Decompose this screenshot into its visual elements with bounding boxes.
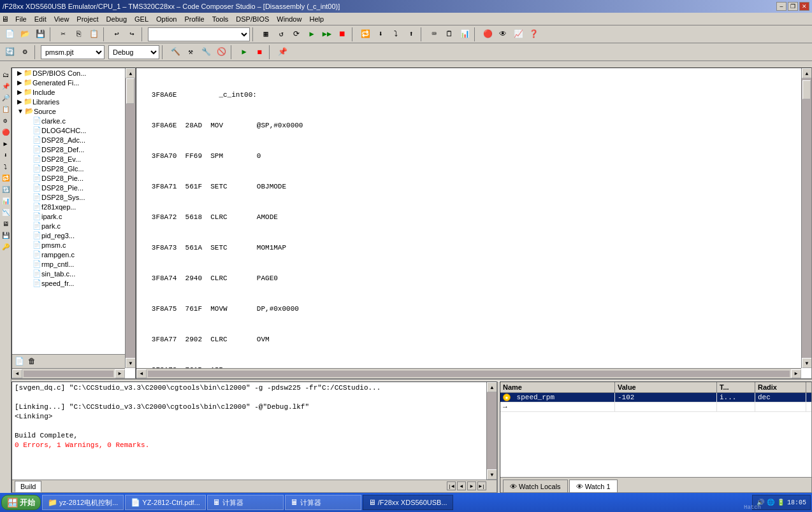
tree-item-clarke[interactable]: 📄clarke.c bbox=[12, 116, 135, 125]
taskbar-btn-calc1[interactable]: 🖩 计算器 bbox=[207, 495, 284, 510]
registers-btn[interactable]: 📊 bbox=[458, 27, 472, 41]
build-nav-left1[interactable]: |◄ bbox=[447, 481, 456, 490]
watch-row-2[interactable]: → bbox=[500, 402, 811, 412]
tree-item-dsp28ev[interactable]: 📄DSP28_Ev... bbox=[12, 154, 135, 164]
menu-help[interactable]: Help bbox=[305, 14, 328, 24]
debug-disconnect-btn[interactable]: ◼ bbox=[252, 45, 266, 59]
left-icon-2[interactable]: 📌 bbox=[1, 82, 11, 92]
tree-item-sintab[interactable]: 📄sin_tab.c... bbox=[12, 269, 135, 278]
disassembly-btn[interactable]: ⌨ bbox=[427, 27, 441, 41]
left-icon-3[interactable]: 🔎 bbox=[1, 93, 11, 103]
stop-button[interactable]: ⏹ bbox=[335, 27, 349, 41]
left-icon-1[interactable]: 🗂 bbox=[1, 70, 11, 80]
tree-item-dspbios[interactable]: ▶ 📁 DSP/BIOS Con... bbox=[12, 68, 135, 78]
proj-refresh-btn[interactable]: 🔄 bbox=[3, 45, 17, 59]
taskbar-btn-yz2812[interactable]: 📁 yz-2812电机控制... bbox=[42, 495, 124, 510]
tree-item-rmpcntl[interactable]: 📄rmp_cntl... bbox=[12, 259, 135, 269]
project-dropdown[interactable]: pmsm.pjt bbox=[41, 45, 105, 59]
left-icon-14[interactable]: 🖥 bbox=[1, 219, 11, 229]
stop-build-btn[interactable]: 🚫 bbox=[214, 45, 228, 59]
watch-btn[interactable]: 👁 bbox=[496, 27, 510, 41]
left-icon-12[interactable]: 📊 bbox=[1, 196, 11, 206]
tree-item-dsp28sys[interactable]: 📄DSP28_Sys... bbox=[12, 192, 135, 202]
build-tab-build[interactable]: Build bbox=[15, 481, 41, 492]
menu-option[interactable]: Option bbox=[152, 14, 180, 24]
tree-vscroll[interactable]: ▲ ▼ bbox=[125, 68, 135, 368]
start-button[interactable]: 🪟 开始 bbox=[1, 495, 41, 510]
debug-connect-btn[interactable]: ▶ bbox=[237, 45, 251, 59]
tree-item-f281xqep[interactable]: 📄f281xqep... bbox=[12, 202, 135, 211]
open-button[interactable] bbox=[18, 27, 32, 41]
tree-item-dsp28glc[interactable]: 📄DSP28_Glc... bbox=[12, 164, 135, 173]
build-nav-right1[interactable]: ► bbox=[467, 481, 476, 490]
tree-item-ipark[interactable]: 📄ipark.c bbox=[12, 211, 135, 221]
left-icon-11[interactable]: 🔃 bbox=[1, 185, 11, 195]
left-icon-9[interactable]: ⤵ bbox=[1, 162, 11, 172]
taskbar-btn-ccs[interactable]: 🖥 /F28xx XDS560USB... bbox=[363, 495, 453, 510]
watch-tab-locals[interactable]: 👁 Watch Locals bbox=[503, 480, 568, 492]
left-icon-5[interactable]: ⚙ bbox=[1, 116, 11, 126]
menu-profile[interactable]: Profile bbox=[180, 14, 208, 24]
menu-dspbios[interactable]: DSP/BIOS bbox=[232, 14, 273, 24]
undo-button[interactable]: ↩ bbox=[110, 27, 124, 41]
tree-hscroll[interactable]: ◄ ► bbox=[12, 368, 125, 378]
run-free-button[interactable]: ▶▶ bbox=[320, 27, 334, 41]
proj-settings-btn[interactable]: ⚙ bbox=[18, 45, 32, 59]
tree-item-libraries[interactable]: ▶ 📁 Libraries bbox=[12, 97, 135, 106]
memory-btn[interactable]: 🗒 bbox=[442, 27, 456, 41]
tree-item-include[interactable]: ▶ 📁 Include bbox=[12, 87, 135, 97]
paste-button[interactable]: 📋 bbox=[87, 27, 101, 41]
reset-button[interactable]: ↺ bbox=[274, 27, 288, 41]
run-button[interactable]: ▶ bbox=[305, 27, 319, 41]
rebuild-btn[interactable]: 🔧 bbox=[199, 45, 213, 59]
menu-window[interactable]: Window bbox=[273, 14, 305, 24]
asm-vscroll[interactable]: ▲ ▼ bbox=[801, 68, 811, 368]
redo-button[interactable]: ↪ bbox=[125, 27, 139, 41]
close-button[interactable]: ✕ bbox=[799, 2, 809, 11]
tree-item-pmsm[interactable]: 📄pmsm.c bbox=[12, 240, 135, 250]
build-nav-left2[interactable]: ◄ bbox=[457, 481, 466, 490]
menu-file[interactable]: File bbox=[11, 14, 31, 24]
tree-item-dsp28def[interactable]: 📄DSP28_Def... bbox=[12, 145, 135, 154]
target-dropdown[interactable] bbox=[148, 27, 250, 41]
tree-remove-btn[interactable]: 🗑 bbox=[26, 356, 38, 367]
left-icon-16[interactable]: 🔑 bbox=[1, 242, 11, 252]
left-icon-7[interactable]: ▶ bbox=[1, 139, 11, 149]
asm-hscroll[interactable]: ◄ ► bbox=[136, 368, 801, 378]
step-into-button[interactable]: ⬇ bbox=[373, 27, 388, 41]
tree-item-speedfr[interactable]: 📄speed_fr... bbox=[12, 278, 135, 288]
tree-item-dlog4[interactable]: 📄DLOG4CHC... bbox=[12, 125, 135, 135]
cut-button[interactable]: ✂ bbox=[56, 27, 70, 41]
breakpoint-btn[interactable]: 🔴 bbox=[481, 27, 495, 41]
tree-item-rampgen[interactable]: 📄rampgen.c bbox=[12, 250, 135, 259]
tree-item-generated[interactable]: ▶ 📁 Generated Fi... bbox=[12, 78, 135, 87]
restart-button[interactable]: ⟳ bbox=[289, 27, 303, 41]
tree-item-dsp28adc[interactable]: 📄DSP28_Adc... bbox=[12, 135, 135, 145]
help-icon-btn[interactable]: ❓ bbox=[526, 27, 540, 41]
left-icon-13[interactable]: 📉 bbox=[1, 208, 11, 218]
menu-project[interactable]: Project bbox=[73, 14, 102, 24]
watch-row-1[interactable]: ● speed_rpm -102 i... dec bbox=[500, 393, 811, 402]
tree-item-park[interactable]: 📄park.c bbox=[12, 221, 135, 231]
build-active-btn[interactable]: ⚒ bbox=[184, 45, 198, 59]
menu-debug[interactable]: Debug bbox=[103, 14, 131, 24]
restore-button[interactable]: ❐ bbox=[788, 2, 798, 11]
watch-tab-watch1[interactable]: 👁 Watch 1 bbox=[569, 480, 618, 492]
menu-view[interactable]: View bbox=[50, 14, 73, 24]
load-button[interactable]: ▦ bbox=[259, 27, 273, 41]
left-icon-10[interactable]: 🔂 bbox=[1, 173, 11, 183]
new-button[interactable] bbox=[3, 27, 17, 41]
left-icon-4[interactable]: 📋 bbox=[1, 104, 11, 115]
taskbar-btn-pdf[interactable]: 📄 YZ-2812-Ctrl.pdf... bbox=[125, 495, 205, 510]
minimize-button[interactable]: – bbox=[776, 2, 787, 11]
tb2-icon1[interactable]: 📌 bbox=[275, 45, 289, 59]
copy-button[interactable]: ⎘ bbox=[71, 27, 85, 41]
build-vscroll[interactable]: ▲ ▼ bbox=[486, 382, 497, 480]
menu-gel[interactable]: GEL bbox=[131, 14, 152, 24]
tree-item-pidreg3[interactable]: 📄pid_reg3... bbox=[12, 231, 135, 240]
profile-btn[interactable]: 📈 bbox=[511, 27, 525, 41]
left-icon-8[interactable]: ⬇ bbox=[1, 150, 11, 160]
save-button[interactable] bbox=[33, 27, 47, 41]
left-icon-15[interactable]: 💾 bbox=[1, 231, 11, 241]
menu-tools[interactable]: Tools bbox=[208, 14, 233, 24]
